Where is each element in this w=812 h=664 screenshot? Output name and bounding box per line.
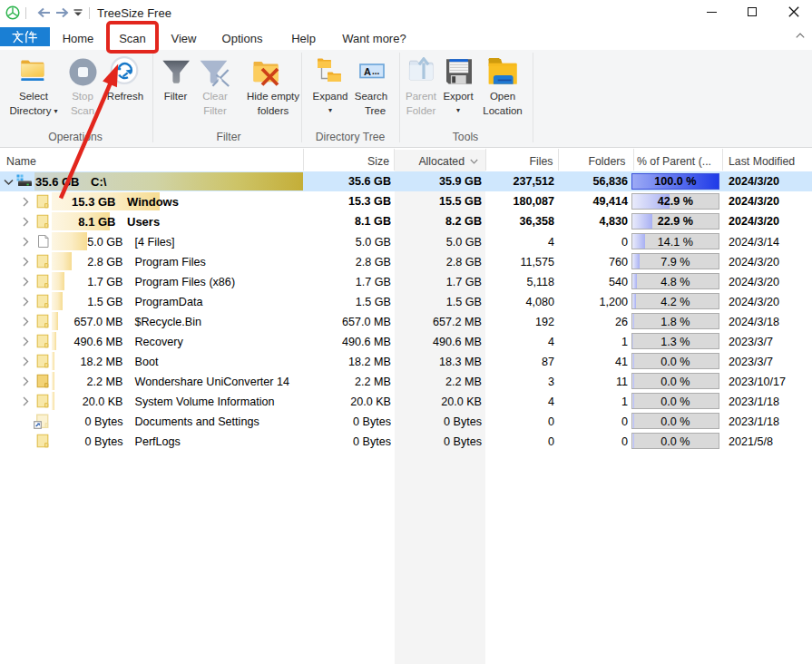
svg-text:...: ... — [372, 66, 380, 76]
svg-text:A: A — [364, 66, 371, 77]
